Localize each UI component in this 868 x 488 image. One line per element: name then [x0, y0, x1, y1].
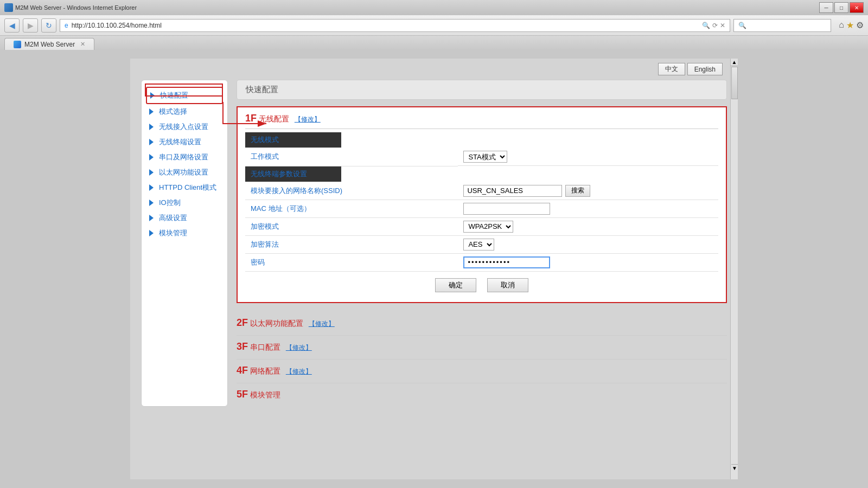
tab-m2m[interactable]: M2M Web Server ✕: [4, 38, 94, 50]
svg-marker-6: [149, 184, 154, 191]
section-2-title: 2F 以太网功能配置 【修改】: [237, 317, 727, 329]
arrow-right-icon-7: [149, 184, 156, 191]
search-button[interactable]: 搜索: [565, 185, 590, 197]
sidebar-label-mode-select: 模式选择: [159, 107, 187, 117]
close-icon: ✕: [720, 22, 725, 29]
refresh-button[interactable]: ↻: [41, 18, 56, 33]
chinese-lang-button[interactable]: 中文: [658, 63, 685, 75]
sidebar-item-io[interactable]: IO控制: [146, 195, 223, 210]
sidebar: 快速配置 模式选择 无线接入点设置: [141, 80, 228, 407]
arrow-right-icon-8: [149, 200, 156, 206]
sidebar-label-wireless-sta: 无线终端设置: [159, 137, 201, 147]
home-icon[interactable]: ⌂: [839, 20, 844, 30]
section-2-num: 2F: [237, 317, 248, 328]
section-3-edit-link[interactable]: 【修改】: [286, 344, 312, 351]
section-1-edit-link[interactable]: 【修改】: [295, 115, 321, 123]
svg-marker-3: [149, 139, 154, 145]
sidebar-item-mode-select[interactable]: 模式选择: [146, 104, 223, 119]
tab-close-icon[interactable]: ✕: [80, 41, 85, 48]
browser-search-icon: 🔍: [738, 22, 746, 29]
section-3-num: 3F: [237, 341, 248, 352]
page-title: 快速配置: [246, 85, 278, 94]
main-layout: 快速配置 模式选择 无线接入点设置: [130, 80, 738, 407]
favorites-icon[interactable]: ★: [846, 20, 854, 30]
work-mode-value-cell: STA模式: [458, 148, 718, 166]
sidebar-item-serial-net[interactable]: 串口及网络设置: [146, 150, 223, 165]
arrow-right-icon: [150, 92, 157, 99]
section-4-label: 网络配置: [250, 367, 280, 375]
sidebar-item-wireless-ap[interactable]: 无线接入点设置: [146, 119, 223, 134]
section-1-label: 无线配置: [259, 114, 289, 123]
svg-marker-2: [149, 124, 154, 130]
ssid-label: 模块要接入的网络名称(SSID): [245, 182, 458, 200]
section-1-num: 1F: [245, 113, 257, 124]
sidebar-label-wireless-ap: 无线接入点设置: [159, 122, 208, 132]
scrollbar[interactable]: ▲ ▼: [730, 59, 738, 479]
mac-input[interactable]: [463, 203, 550, 215]
page-header: 快速配置: [237, 80, 727, 100]
browser-tabs: M2M Web Server ✕: [0, 36, 868, 50]
mac-label: MAC 地址（可选）: [245, 200, 458, 218]
encrypt-algo-select[interactable]: AES: [463, 239, 494, 251]
forward-button[interactable]: ▶: [23, 18, 38, 33]
confirm-button[interactable]: 确定: [435, 278, 476, 292]
divider-1: [245, 129, 718, 129]
password-input[interactable]: [463, 256, 550, 268]
content-area: 快速配置 1F 无线配置 【修改】 无线模式: [228, 80, 727, 407]
encrypt-mode-select[interactable]: WPA2PSK: [463, 221, 513, 233]
lower-sections: 2F 以太网功能配置 【修改】 3F 串口配置 【修改】: [237, 312, 727, 407]
work-mode-select[interactable]: STA模式: [463, 151, 507, 163]
section-4: 4F 网络配置 【修改】: [237, 359, 727, 383]
sidebar-label-serial-net: 串口及网络设置: [159, 152, 208, 162]
work-mode-row: 工作模式 STA模式: [245, 148, 718, 166]
close-button[interactable]: ✕: [850, 2, 864, 13]
section-4-title: 4F 网络配置 【修改】: [237, 365, 727, 376]
browser-toolbar: ◀ ▶ ↻ e http://10.10.100.254/home.html 🔍…: [0, 15, 868, 36]
ssid-row: 模块要接入的网络名称(SSID) 搜索: [245, 182, 718, 200]
arrow-right-icon-9: [149, 215, 156, 221]
scroll-down-button[interactable]: ▼: [731, 464, 738, 472]
browser-search[interactable]: 🔍: [733, 19, 831, 32]
mac-row: MAC 地址（可选）: [245, 200, 718, 218]
scroll-up-button[interactable]: ▲: [731, 59, 738, 66]
svg-marker-7: [149, 200, 154, 206]
encrypt-mode-row: 加密模式 WPA2PSK: [245, 218, 718, 236]
sidebar-item-ethernet[interactable]: 以太网功能设置: [146, 165, 223, 180]
password-row: 密码: [245, 254, 718, 272]
english-lang-button[interactable]: English: [687, 63, 723, 75]
browser-icon: [4, 3, 13, 12]
svg-marker-9: [149, 230, 154, 236]
section-2-label: 以太网功能配置: [250, 319, 303, 328]
svg-marker-1: [149, 108, 154, 115]
wireless-mode-header: 无线模式: [245, 132, 341, 148]
svg-marker-8: [149, 215, 154, 221]
sidebar-item-httpd[interactable]: HTTPD Client模式: [146, 180, 223, 195]
section-1-title: 1F 无线配置 【修改】: [245, 113, 718, 124]
scroll-thumb[interactable]: [731, 67, 738, 99]
back-button[interactable]: ◀: [4, 18, 20, 33]
encrypt-algo-label: 加密算法: [245, 236, 458, 254]
ssid-input[interactable]: [463, 185, 562, 197]
minimize-button[interactable]: ─: [819, 2, 833, 13]
sidebar-item-module-mgmt[interactable]: 模块管理: [146, 226, 223, 241]
section-2-edit-link[interactable]: 【修改】: [309, 320, 335, 328]
arrow-right-icon-10: [149, 230, 156, 236]
tools-icon[interactable]: ⚙: [856, 20, 864, 30]
sidebar-item-quick-config[interactable]: 快速配置: [146, 87, 223, 104]
svg-marker-4: [149, 154, 154, 160]
sidebar-item-wireless-sta[interactable]: 无线终端设置: [146, 134, 223, 150]
section-5-num: 5F: [237, 389, 248, 400]
sidebar-item-advanced[interactable]: 高级设置: [146, 210, 223, 226]
refresh-icon: ⟳: [712, 22, 718, 29]
address-bar[interactable]: e http://10.10.100.254/home.html 🔍 ⟳ ✕: [60, 19, 730, 32]
url-text: http://10.10.100.254/home.html: [72, 22, 162, 29]
section-2: 2F 以太网功能配置 【修改】: [237, 312, 727, 336]
page-wrapper: ▲ ▼ 中文 English 快速: [130, 59, 738, 479]
arrow-right-icon-5: [149, 154, 156, 160]
url-protocol: e: [65, 22, 68, 29]
cancel-button[interactable]: 取消: [487, 278, 528, 292]
arrow-right-icon-4: [149, 139, 156, 145]
maximize-button[interactable]: □: [834, 2, 848, 13]
section-5: 5F 模块管理: [237, 383, 727, 407]
section-4-edit-link[interactable]: 【修改】: [286, 368, 312, 375]
